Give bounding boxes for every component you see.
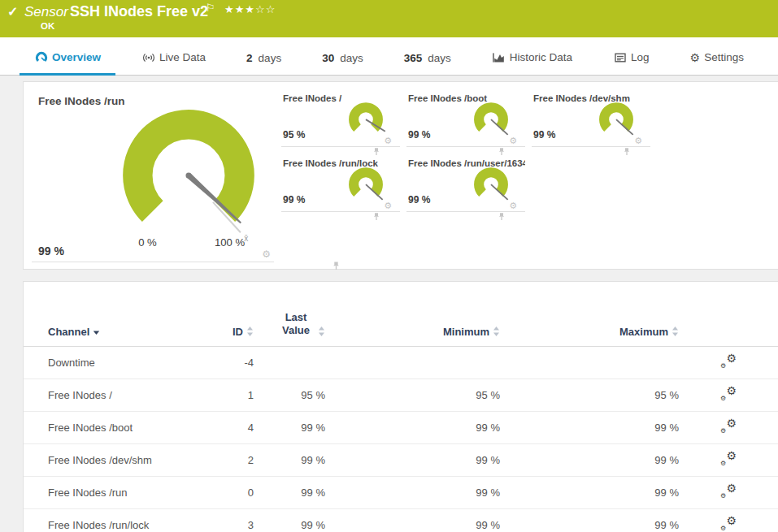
tab-365-days[interactable]: 365 days xyxy=(389,52,466,76)
channel-tile-free-inodes-dev-shm[interactable]: Free INodes /dev/shm 99 % ⚙ xyxy=(532,89,650,147)
tab-2-days[interactable]: 2 days xyxy=(232,52,296,76)
sensor-title: SSH INodes Free v2 xyxy=(70,3,208,20)
tab-30-days[interactable]: 30 days xyxy=(307,52,378,76)
channel-minimum: 99 % xyxy=(325,411,500,443)
channel-row: Free INodes /boot 4 99 % 99 % 99 % ⚙⚙ xyxy=(24,411,778,443)
channel-id: 4 xyxy=(206,411,254,443)
channel-tile-free-inodes-run-lock[interactable]: Free INodes /run/lock 99 % ⚙ xyxy=(281,154,400,212)
tab-label: Settings xyxy=(704,51,744,63)
svg-text:0 %: 0 % xyxy=(138,236,157,249)
sort-header-last-value[interactable]: Last Value xyxy=(277,311,325,338)
gear-icon[interactable]: ⚙ xyxy=(262,249,271,259)
channel-tile-free-inodes-run-user-16342[interactable]: Free INodes /run/user/16342... 99 % ⚙ xyxy=(406,154,525,212)
channel-row: Downtime -4 ⚙⚙ xyxy=(24,346,778,378)
sort-header-id[interactable]: ID xyxy=(233,326,254,338)
channel-minimum: 95 % xyxy=(325,378,500,411)
channel-minimum: 99 % xyxy=(325,476,500,508)
gear-icon[interactable]: ⚙ xyxy=(509,136,517,145)
channel-row: Free INodes / 1 95 % 95 % 95 % ⚙⚙ xyxy=(24,378,778,411)
gear-icon[interactable]: ⚙ xyxy=(384,201,392,210)
channel-settings-icon[interactable]: ⚙⚙ xyxy=(720,484,737,499)
channel-maximum: 99 % xyxy=(500,476,679,508)
channel-maximum xyxy=(500,346,679,378)
channel-last-value: 95 % xyxy=(254,378,325,411)
object-kind-label: Sensor xyxy=(24,4,68,20)
sort-header-minimum[interactable]: Minimum xyxy=(443,326,500,338)
channel-tile-free-inodes-boot[interactable]: Free INodes /boot 99 % ⚙ xyxy=(406,89,525,147)
priority-stars[interactable]: ★★★☆☆ xyxy=(224,3,276,15)
channel-table: Channel ID Las xyxy=(24,282,778,532)
tab-label: Historic Data xyxy=(510,51,572,63)
gear-icon[interactable]: ⚙ xyxy=(634,136,642,145)
channel-row: Free INodes /run/lock 3 99 % 99 % 99 % ⚙… xyxy=(24,508,778,532)
channel-name: Free INodes /run xyxy=(24,476,206,508)
channel-gauge xyxy=(343,99,389,143)
svg-text:100 %: 100 % xyxy=(215,236,246,249)
channel-row: Free INodes /dev/shm 2 99 % 99 % 99 % ⚙⚙ xyxy=(24,443,778,476)
secondary-gauges: Free INodes / 95 % ⚙ Free INodes /boot 9… xyxy=(281,89,778,218)
tab-live-data[interactable]: Live Data xyxy=(127,50,220,76)
sortable-icon xyxy=(493,327,500,338)
channel-name: Downtime xyxy=(24,346,206,378)
channel-table-body: Downtime -4 ⚙⚙ Free INodes / 1 95 % 95 %… xyxy=(24,346,778,532)
channel-settings-icon[interactable]: ⚙⚙ xyxy=(720,419,737,434)
channel-settings-icon[interactable]: ⚙⚙ xyxy=(720,517,737,531)
channel-tile-free-inodes[interactable]: Free INodes / 95 % ⚙ xyxy=(281,89,400,147)
primary-channel-value: 99 % xyxy=(38,244,64,257)
gear-icon[interactable]: ⚙ xyxy=(509,201,517,210)
primary-channel-tile: Free INodes /run x̄0 %100 % 99 % ⚙ xyxy=(32,89,274,262)
overview-panel: Free INodes /run x̄0 %100 % 99 % ⚙ Free … xyxy=(23,81,778,270)
sort-header-maximum[interactable]: Maximum xyxy=(619,326,679,338)
chart-icon xyxy=(492,50,506,64)
sortable-icon xyxy=(672,327,679,338)
tab-overview[interactable]: Overview xyxy=(20,50,115,76)
status-badge: OK xyxy=(41,21,54,31)
channel-minimum xyxy=(325,346,500,378)
tab-historic-data[interactable]: Historic Data xyxy=(477,50,587,76)
channel-settings-icon[interactable]: ⚙⚙ xyxy=(720,354,737,369)
channel-last-value: 99 % xyxy=(254,411,325,443)
channel-maximum: 99 % xyxy=(500,508,679,532)
channel-gauge xyxy=(593,99,639,143)
channel-settings-icon[interactable]: ⚙⚙ xyxy=(720,387,737,401)
channel-id: -4 xyxy=(206,346,254,378)
channel-last-value xyxy=(254,346,325,378)
flag-icon: ⚐ xyxy=(206,2,215,14)
sorted-desc-icon xyxy=(93,329,100,338)
pin-icon[interactable] xyxy=(623,147,631,156)
gauge-icon xyxy=(34,50,48,64)
channel-maximum: 99 % xyxy=(500,411,679,443)
pin-icon[interactable] xyxy=(332,261,341,270)
tab-label: days xyxy=(428,52,451,64)
channel-last-value: 99 % xyxy=(254,476,325,508)
sortable-icon xyxy=(318,327,325,338)
primary-gauge: x̄0 %100 % xyxy=(102,100,276,256)
channel-last-value: 99 % xyxy=(254,508,325,532)
channel-name: Free INodes /dev/shm xyxy=(24,443,206,476)
sort-header-channel[interactable]: Channel xyxy=(48,326,100,338)
channel-gauge xyxy=(343,164,389,208)
channel-id: 1 xyxy=(206,378,254,411)
check-icon: ✓ xyxy=(7,4,18,19)
tab-log[interactable]: Log xyxy=(598,50,664,76)
channel-gauge xyxy=(468,99,514,143)
channel-settings-icon[interactable]: ⚙⚙ xyxy=(720,452,737,466)
channel-maximum: 95 % xyxy=(500,378,679,411)
channel-name: Free INodes /boot xyxy=(24,411,206,443)
sortable-icon xyxy=(246,327,254,338)
tab-label: Log xyxy=(631,51,650,63)
channel-tile-value: 99 % xyxy=(283,194,305,205)
tab-number: 2 xyxy=(246,52,253,64)
tab-settings[interactable]: ⚙ Settings xyxy=(676,50,758,76)
channel-row: Free INodes /run 0 99 % 99 % 99 % ⚙⚙ xyxy=(24,476,778,508)
channel-tile-value: 95 % xyxy=(283,129,305,141)
gear-icon[interactable]: ⚙ xyxy=(384,136,392,145)
tab-label: Overview xyxy=(52,51,101,63)
channel-name: Free INodes /run/lock xyxy=(24,508,206,532)
pin-icon[interactable] xyxy=(372,212,380,221)
channel-name: Free INodes / xyxy=(24,378,206,411)
channel-minimum: 99 % xyxy=(325,508,500,532)
channel-table-panel: Channel ID Las xyxy=(23,281,778,532)
pin-icon[interactable] xyxy=(498,212,506,221)
channel-tile-value: 99 % xyxy=(408,129,430,141)
